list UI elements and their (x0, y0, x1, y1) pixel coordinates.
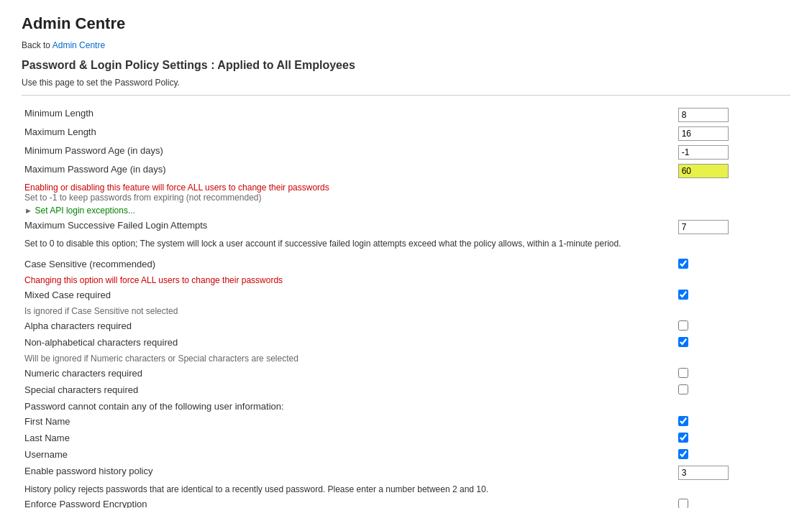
password-cannot-label: Password cannot contain any of the follo… (22, 399, 790, 414)
max-password-age-label: Maximum Password Age (in days) (22, 162, 675, 180)
last-name-row: Last Name (22, 430, 790, 447)
username-label: Username (22, 447, 675, 463)
history-note-row: History policy rejects passwords that ar… (22, 482, 790, 497)
breadcrumb: Back to Admin Centre (22, 40, 790, 50)
history-input[interactable] (678, 466, 729, 480)
min-password-age-input-cell (675, 143, 790, 162)
section-title: Password & Login Policy Settings : Appli… (22, 59, 790, 72)
admin-centre-link[interactable]: Admin Centre (53, 40, 105, 50)
max-failed-input[interactable] (678, 220, 729, 234)
mixed-case-checkbox[interactable] (678, 290, 688, 300)
mixed-case-label: Mixed Case required (22, 287, 675, 304)
first-name-row: First Name (22, 414, 790, 430)
non-alpha-sub: Will be ignored if Numeric characters or… (22, 351, 790, 366)
min-password-age-input[interactable] (678, 145, 729, 160)
special-label: Special characters required (22, 382, 675, 399)
non-alpha-label: Non-alphabetical characters required (22, 335, 675, 351)
minimum-length-input[interactable] (678, 108, 729, 122)
last-name-label: Last Name (22, 430, 675, 447)
special-checkbox[interactable] (678, 384, 688, 394)
api-login-link[interactable]: Set API login exceptions... (35, 205, 135, 216)
history-label: Enable password history policy (22, 463, 675, 482)
maximum-length-label: Maximum Length (22, 124, 675, 143)
enforce-encryption-row: Enforce Password Encryption (22, 497, 790, 508)
min-password-age-row: Minimum Password Age (in days) (22, 143, 790, 162)
numeric-label: Numeric characters required (22, 366, 675, 382)
non-alpha-checkbox[interactable] (678, 337, 688, 347)
max-failed-input-cell (675, 218, 790, 236)
maximum-length-input-cell (675, 124, 790, 143)
enforce-encryption-checkbox[interactable] (678, 499, 688, 508)
maximum-length-input[interactable] (678, 126, 729, 141)
first-name-checkbox[interactable] (678, 416, 688, 426)
divider (22, 95, 790, 96)
max-password-age-input[interactable] (678, 164, 729, 178)
mixed-case-sub: Is ignored if Case Sensitive not selecte… (22, 304, 790, 318)
max-password-age-warning-row: Enabling or disabling this feature will … (22, 180, 790, 218)
enforce-encryption-label: Enforce Password Encryption (22, 497, 675, 508)
username-row: Username (22, 447, 790, 463)
special-row: Special characters required (22, 382, 790, 399)
minimum-length-label: Minimum Length (22, 106, 675, 124)
max-failed-label: Maximum Successive Failed Login Attempts (22, 218, 675, 236)
max-failed-note: Set to 0 to disable this option; The sys… (22, 236, 790, 251)
settings-table: Minimum Length Maximum Length Minimum Pa… (22, 106, 790, 508)
page-description: Use this page to set the Password Policy… (22, 78, 790, 88)
history-row: Enable password history policy (22, 463, 790, 482)
username-checkbox[interactable] (678, 449, 688, 459)
max-failed-note-row: Set to 0 to disable this option; The sys… (22, 236, 790, 251)
case-sensitive-row: Case Sensitive (recommended) (22, 257, 790, 273)
alpha-row: Alpha characters required (22, 318, 790, 335)
history-note: History policy rejects passwords that ar… (22, 482, 790, 497)
max-password-age-input-cell (675, 162, 790, 180)
password-cannot-row: Password cannot contain any of the follo… (22, 399, 790, 414)
alpha-label: Alpha characters required (22, 318, 675, 335)
non-alpha-sub-row: Will be ignored if Numeric characters or… (22, 351, 790, 366)
maximum-length-row: Maximum Length (22, 124, 790, 143)
case-sensitive-label: Case Sensitive (recommended) (22, 257, 675, 273)
min-password-age-label: Minimum Password Age (in days) (22, 143, 675, 162)
mixed-case-sub-row: Is ignored if Case Sensitive not selecte… (22, 304, 790, 318)
case-sensitive-warning-row: Changing this option will force ALL user… (22, 273, 790, 287)
max-password-age-row: Maximum Password Age (in days) (22, 162, 790, 180)
last-name-checkbox[interactable] (678, 433, 688, 443)
alpha-checkbox[interactable] (678, 320, 688, 331)
non-alpha-row: Non-alphabetical characters required (22, 335, 790, 351)
page-title: Admin Centre (22, 14, 790, 33)
arrow-icon: ► (24, 206, 32, 215)
history-input-cell (675, 463, 790, 482)
max-password-age-note: Set to -1 to keep passwords from expirin… (24, 193, 788, 203)
minimum-length-row: Minimum Length (22, 106, 790, 124)
mixed-case-row: Mixed Case required (22, 287, 790, 304)
numeric-row: Numeric characters required (22, 366, 790, 382)
first-name-label: First Name (22, 414, 675, 430)
minimum-length-input-cell (675, 106, 790, 124)
numeric-checkbox[interactable] (678, 368, 688, 378)
max-failed-row: Maximum Successive Failed Login Attempts (22, 218, 790, 236)
case-sensitive-checkbox[interactable] (678, 259, 688, 269)
case-sensitive-warning: Changing this option will force ALL user… (22, 273, 790, 287)
max-password-age-warning: Enabling or disabling this feature will … (24, 183, 788, 193)
